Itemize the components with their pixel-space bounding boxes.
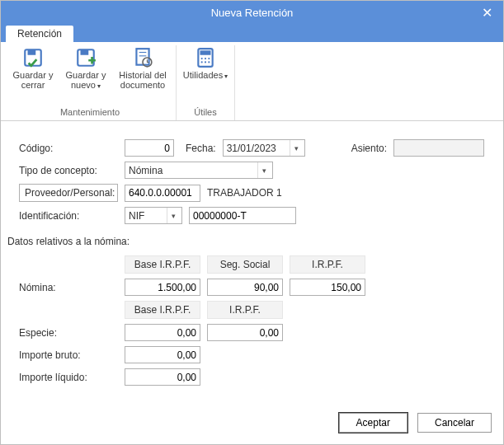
- close-button[interactable]: ✕: [470, 1, 503, 24]
- save-close-icon: [22, 47, 44, 68]
- especie-base-input[interactable]: [125, 324, 200, 341]
- fecha-label: Fecha:: [186, 143, 216, 154]
- codigo-label: Código:: [19, 143, 118, 154]
- ident-type-value: NIF: [129, 210, 144, 222]
- ident-value-input[interactable]: [189, 207, 296, 224]
- close-icon: ✕: [482, 5, 492, 21]
- history-icon: [132, 47, 153, 68]
- save-new-icon: [75, 47, 97, 68]
- header-irpf2: I.R.P.F.: [207, 301, 283, 319]
- svg-point-12: [208, 58, 210, 59]
- header-irpf: I.R.P.F.: [290, 255, 365, 274]
- chevron-down-icon: ▾: [224, 73, 228, 80]
- chevron-down-icon: ▾: [97, 82, 101, 90]
- liquido-label: Importe líquido:: [19, 372, 118, 383]
- ribbon-group-utiles: Utilidades▾ Útiles: [177, 45, 235, 120]
- especie-label: Especie:: [19, 327, 118, 339]
- titlebar: Nueva Retención ✕: [1, 1, 503, 24]
- header-base2: Base I.R.P.F.: [125, 301, 200, 319]
- dialog-window: Nueva Retención ✕ Retención Guardar y ce…: [0, 0, 504, 445]
- footer: Aceptar Cancelar: [1, 405, 503, 444]
- nomina-seg-input[interactable]: [207, 279, 283, 296]
- chevron-down-icon[interactable]: ▾: [257, 162, 271, 178]
- nomina-base-input[interactable]: [125, 279, 200, 296]
- svg-rect-3: [81, 49, 89, 55]
- cancel-button[interactable]: Cancelar: [417, 413, 492, 433]
- nomina-label: Nómina:: [19, 282, 118, 293]
- accept-button[interactable]: Aceptar: [339, 413, 407, 433]
- chevron-down-icon[interactable]: ▾: [290, 140, 303, 156]
- proveedor-name: TRABAJADOR 1: [207, 187, 282, 199]
- asiento-label: Asiento:: [351, 143, 387, 154]
- utilities-button[interactable]: Utilidades▾: [181, 45, 229, 105]
- save-new-label: Guardar y nuevo▾: [62, 70, 110, 91]
- utilities-label: Utilidades▾: [183, 70, 228, 81]
- save-close-button[interactable]: Guardar y cerrar: [9, 45, 57, 105]
- header-seg: Seg. Social: [207, 255, 283, 274]
- proveedor-code-input[interactable]: [125, 185, 200, 202]
- svg-rect-9: [200, 50, 211, 54]
- tab-retencion[interactable]: Retención: [6, 26, 73, 42]
- tipo-select[interactable]: Nómina ▾: [125, 162, 273, 179]
- ribbon: Guardar y cerrar Guardar y nuevo▾ Histor…: [1, 42, 503, 121]
- calculator-icon: [195, 47, 216, 68]
- ribbon-group-label: Mantenimiento: [60, 105, 120, 120]
- svg-point-13: [201, 61, 203, 63]
- header-base: Base I.R.P.F.: [125, 255, 200, 274]
- fecha-value: 31/01/2023: [227, 143, 276, 154]
- tipo-value: Nómina: [129, 165, 163, 176]
- svg-point-15: [208, 61, 210, 63]
- nomina-section-label: Datos relativos a la nómina:: [7, 236, 485, 247]
- svg-point-11: [205, 58, 206, 59]
- history-label: Historial del documento: [115, 70, 171, 90]
- svg-point-10: [201, 58, 203, 59]
- tipo-label: Tipo de concepto:: [19, 165, 118, 176]
- svg-rect-1: [28, 49, 36, 55]
- tabstrip: Retención: [1, 24, 503, 42]
- ident-type-select[interactable]: NIF ▾: [125, 207, 182, 224]
- nomina-irpf-input[interactable]: [290, 279, 365, 296]
- form-body: Código: Fecha: 31/01/2023 ▾ Asiento: Tip…: [1, 121, 503, 405]
- liquido-input[interactable]: [125, 368, 200, 386]
- window-title: Nueva Retención: [211, 7, 294, 19]
- bruto-label: Importe bruto:: [19, 349, 118, 361]
- ident-label: Identificación:: [19, 210, 118, 222]
- ribbon-group-mantenimiento: Guardar y cerrar Guardar y nuevo▾ Histor…: [4, 45, 177, 120]
- proveedor-button[interactable]: Proveedor/Personal:: [19, 184, 118, 202]
- save-new-button[interactable]: Guardar y nuevo▾: [62, 45, 110, 105]
- asiento-input: [393, 139, 484, 157]
- fecha-input[interactable]: 31/01/2023 ▾: [223, 139, 305, 157]
- ribbon-group-label: Útiles: [194, 105, 217, 120]
- svg-point-14: [205, 61, 206, 63]
- save-close-label: Guardar y cerrar: [9, 70, 57, 90]
- codigo-input[interactable]: [125, 139, 174, 157]
- bruto-input[interactable]: [125, 346, 200, 363]
- history-button[interactable]: Historial del documento: [115, 45, 171, 105]
- especie-irpf-input[interactable]: [207, 324, 283, 341]
- chevron-down-icon[interactable]: ▾: [167, 208, 180, 223]
